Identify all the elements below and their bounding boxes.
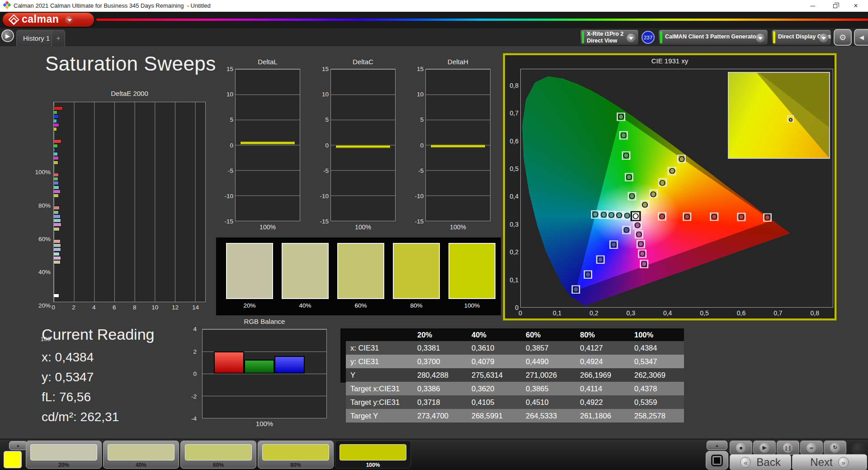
cie-measure-dot bbox=[651, 192, 656, 197]
pattern-window-button[interactable] bbox=[706, 451, 728, 470]
deltae-bar bbox=[54, 106, 63, 110]
current-reading-title: Current Reading bbox=[42, 326, 154, 343]
axis-tick-label: 15 bbox=[222, 66, 233, 72]
deltae-chart-title: DeltaE 2000 bbox=[53, 90, 206, 97]
cie-measure-dot bbox=[609, 213, 614, 218]
deltac-plot bbox=[330, 69, 396, 221]
measure-control-stop-icon[interactable]: ■ bbox=[730, 441, 752, 455]
deltae-bar bbox=[54, 252, 60, 256]
measure-control-play-icon[interactable]: ▶ bbox=[753, 441, 776, 455]
restore-button[interactable] bbox=[825, 0, 845, 12]
settings-button[interactable]: ⚙ bbox=[834, 29, 852, 46]
cie-measure-dot bbox=[637, 232, 642, 237]
add-tab-button[interactable]: + bbox=[52, 30, 65, 46]
table-row-label: Target Y bbox=[346, 409, 413, 423]
axis-tick-label: 6 bbox=[113, 304, 116, 311]
refresh-icon: ↻ bbox=[830, 443, 840, 453]
cie-measure-dot bbox=[633, 214, 638, 218]
cie-measure-dot bbox=[660, 214, 665, 219]
table-cell: 0,4114 bbox=[576, 382, 630, 395]
pattern-swatch bbox=[108, 444, 175, 461]
saturation-swatch bbox=[393, 243, 440, 299]
cie-measure-dot bbox=[638, 242, 643, 247]
calman-logo-menu[interactable]: calman bbox=[3, 13, 94, 27]
table-cell: 0,5359 bbox=[630, 395, 684, 409]
close-button[interactable]: × bbox=[845, 0, 866, 12]
deltae-bar bbox=[54, 173, 59, 177]
chevron-down-icon bbox=[65, 15, 74, 24]
rgb-balance-bar-red bbox=[214, 351, 244, 374]
axis-tick-label: 0,2 bbox=[510, 248, 519, 256]
cie-chart-title: CIE 1931 xy bbox=[505, 57, 835, 65]
display-control-dropdown[interactable]: Direct Display Control bbox=[771, 29, 831, 45]
axis-tick-label: 0 bbox=[412, 142, 424, 148]
tab-bar: ▶ History 1 + X-Rite i1Pro 2 Direct View… bbox=[0, 28, 868, 46]
inset-target-marker bbox=[787, 115, 794, 122]
measure-control-refresh-icon[interactable]: ↻ bbox=[824, 441, 846, 455]
meter-status-stripe bbox=[582, 31, 584, 43]
pattern-level-button-60%[interactable]: 60% bbox=[180, 441, 256, 469]
pattern-level-button-40%[interactable]: 40% bbox=[103, 441, 179, 469]
axis-tick-label: 0 bbox=[193, 370, 197, 377]
measure-control-single-measure-icon[interactable]: [·] bbox=[777, 441, 799, 455]
saturation-swatch bbox=[282, 243, 329, 299]
axis-tick-label: 10 bbox=[151, 304, 158, 311]
table-cell: 0,3865 bbox=[521, 382, 576, 395]
axis-tick-label: 5 bbox=[412, 116, 424, 123]
axis-tick-label: 0,5 bbox=[510, 165, 519, 172]
axis-tick-label: -5 bbox=[317, 167, 329, 174]
table-row: y: CIE310,37000,40790,44900,49240,5347 bbox=[346, 355, 684, 368]
meter-dropdown[interactable]: X-Rite i1Pro 2 Direct View bbox=[580, 29, 639, 45]
pattern-level-button-100%[interactable]: 100% bbox=[335, 441, 411, 469]
tab-history-1[interactable]: History 1 bbox=[16, 30, 57, 46]
axis-tick-label: -15 bbox=[222, 218, 233, 225]
collapse-panel-button[interactable]: ◀ bbox=[854, 29, 868, 46]
pattern-swatch bbox=[340, 444, 406, 461]
pattern-level-button-20%[interactable]: 20% bbox=[26, 441, 102, 469]
table-row-label: x: CIE31 bbox=[346, 341, 413, 355]
cie-y-axis: 00,10,20,30,40,50,60,70,8 bbox=[505, 69, 519, 308]
axis-tick-label: -10 bbox=[412, 192, 424, 199]
axis-tick-label: 0,4 bbox=[510, 193, 519, 200]
pattern-swatch-label: 100% bbox=[335, 462, 410, 468]
axis-tick-label: -15 bbox=[317, 218, 329, 225]
deltae-bar bbox=[54, 206, 60, 210]
table-cell: 0,4127 bbox=[576, 341, 630, 355]
table-cell: 275,6314 bbox=[467, 368, 521, 382]
table-header-cell: 40% bbox=[467, 328, 521, 341]
table-cell: 0,5347 bbox=[630, 355, 684, 368]
axis-tick-label: -4 bbox=[191, 415, 197, 422]
measure-control-continuous-measure-icon[interactable]: ∞ bbox=[800, 441, 823, 455]
pattern-level-button-80%[interactable]: 80% bbox=[258, 441, 334, 469]
axis-tick-label: 0,1 bbox=[553, 309, 561, 317]
table-cell: 0,4490 bbox=[521, 355, 576, 368]
cie-measure-dot bbox=[765, 215, 770, 220]
pattern-generator-dropdown[interactable]: CalMAN Client 3 Pattern Generator bbox=[658, 29, 768, 45]
up-arrow-icon: ▲ bbox=[16, 443, 20, 448]
run-button[interactable]: ▶ bbox=[1, 29, 14, 42]
next-button[interactable]: Next » bbox=[792, 454, 867, 470]
cie-measure-dot bbox=[611, 242, 616, 247]
expand-controls-button[interactable]: ▲ bbox=[707, 441, 727, 450]
play-icon: ▶ bbox=[760, 443, 769, 453]
chevron-down-icon bbox=[756, 33, 765, 43]
deltah-x-label: 100% bbox=[425, 223, 491, 231]
table-cell: 0,3718 bbox=[413, 395, 467, 409]
expand-patches-button[interactable]: ▲ bbox=[9, 441, 27, 450]
table-cell: 0,4924 bbox=[576, 355, 630, 368]
cie-measure-dot bbox=[627, 175, 632, 180]
deltah-title: DeltaH bbox=[425, 58, 491, 66]
chevron-down-icon bbox=[819, 33, 828, 43]
axis-tick-label: -10 bbox=[222, 192, 233, 199]
back-button[interactable]: « Back bbox=[730, 454, 791, 470]
cie-measure-dot bbox=[640, 251, 645, 256]
minimize-button[interactable] bbox=[802, 0, 823, 12]
axis-tick-label: 10 bbox=[317, 91, 329, 98]
table-header-row: 20%40%60%80%100% bbox=[346, 328, 684, 341]
axis-tick-label: 0,8 bbox=[510, 82, 519, 89]
deltae-bar bbox=[54, 260, 61, 264]
table-row: Target y:CIE310,37180,41050,45100,49220,… bbox=[346, 395, 684, 409]
deltal-chart: DeltaL 100% 151050-5-10-15 bbox=[222, 58, 316, 243]
deltae-bar bbox=[54, 247, 61, 252]
deltae-bar bbox=[54, 156, 59, 160]
